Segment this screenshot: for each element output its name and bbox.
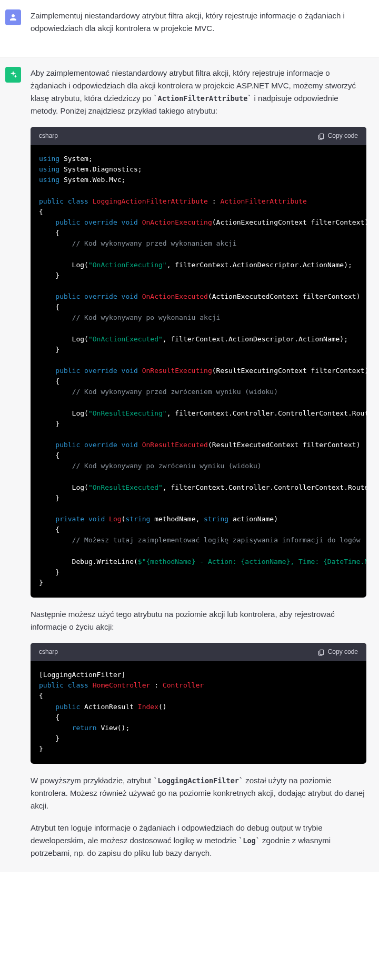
code-block-1: csharp Copy code using System; using Sys…	[31, 127, 366, 598]
person-icon	[8, 13, 18, 22]
assistant-avatar	[5, 67, 21, 83]
clipboard-icon	[317, 649, 325, 656]
code-content-1: using System; using System.Diagnostics; …	[31, 145, 366, 598]
copy-code-label: Copy code	[328, 647, 358, 657]
assistant-message-content: Aby zaimplementować niestandardowy atryb…	[31, 67, 366, 860]
inline-code-actionfilterattribute: `ActionFilterAttribute`	[153, 94, 252, 103]
inline-code-loggingactionfilter: `LoggingActionFilter`	[153, 776, 243, 785]
code-header-2: csharp Copy code	[31, 643, 366, 661]
assistant-message-row: Aby zaimplementować niestandardowy atryb…	[0, 57, 379, 872]
user-message-content: Zaimplementuj niestandardowy atrybut fil…	[31, 9, 366, 44]
code-scroll-2[interactable]: [LoggingActionFilter] public class HomeC…	[31, 661, 366, 764]
code-header-1: csharp Copy code	[31, 127, 366, 145]
assistant-outro-2: Atrybut ten loguje informacje o żądaniac…	[31, 822, 366, 860]
code-scroll-1[interactable]: using System; using System.Diagnostics; …	[31, 145, 366, 598]
copy-code-label: Copy code	[328, 131, 358, 141]
inline-code-log: `Log`	[238, 836, 260, 845]
copy-code-button[interactable]: Copy code	[317, 647, 358, 657]
code-block-2: csharp Copy code [LoggingActionFilter] p…	[31, 643, 366, 764]
assistant-outro-1: W powyższym przykładzie, atrybut `Loggin…	[31, 774, 366, 812]
user-avatar	[5, 9, 21, 25]
user-text: Zaimplementuj niestandardowy atrybut fil…	[31, 9, 366, 35]
assistant-mid: Następnie możesz użyć tego atrybutu na p…	[31, 608, 366, 633]
copy-code-button[interactable]: Copy code	[317, 131, 358, 141]
code-lang-label: csharp	[39, 647, 58, 657]
outro1-a: W powyższym przykładzie, atrybut	[31, 776, 153, 785]
assistant-intro: Aby zaimplementować niestandardowy atryb…	[31, 67, 366, 117]
user-message-row: Zaimplementuj niestandardowy atrybut fil…	[0, 0, 379, 57]
code-lang-label: csharp	[39, 131, 58, 141]
sparkle-icon	[8, 70, 18, 79]
clipboard-icon	[317, 133, 325, 140]
svg-rect-0	[320, 134, 323, 138]
svg-rect-1	[320, 650, 323, 654]
code-content-2: [LoggingActionFilter] public class HomeC…	[31, 661, 366, 764]
